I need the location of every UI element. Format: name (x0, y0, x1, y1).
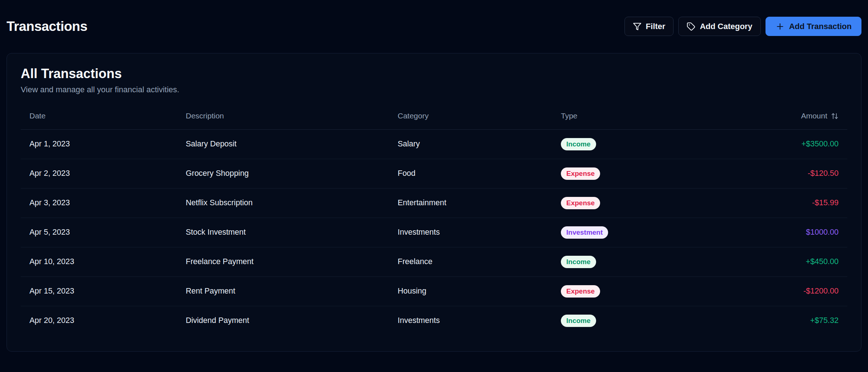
all-transactions-card: All Transactions View and manage all you… (7, 53, 861, 352)
column-header-type: Type (552, 103, 708, 129)
transactions-table: Date Description Category Type Amount A (21, 103, 847, 335)
type-badge-income: Income (561, 256, 596, 268)
cell-type: Investment (552, 218, 708, 247)
cell-amount: -$1200.00 (708, 276, 847, 306)
table-header-row: Date Description Category Type Amount (21, 103, 847, 129)
add-category-button-label: Add Category (700, 22, 752, 31)
top-bar: Transactions Filter Add Category Add Tra… (0, 0, 868, 36)
cell-description: Freelance Payment (177, 247, 389, 276)
cell-category: Entertainment (389, 188, 552, 218)
cell-date: Apr 1, 2023 (21, 129, 177, 159)
page-title: Transactions (7, 19, 87, 34)
table-row[interactable]: Apr 20, 2023Dividend PaymentInvestmentsI… (21, 306, 847, 335)
type-badge-income: Income (561, 315, 596, 327)
type-badge-expense: Expense (561, 167, 600, 180)
cell-date: Apr 20, 2023 (21, 306, 177, 335)
column-header-amount-label: Amount (801, 112, 827, 120)
plus-icon (775, 22, 785, 31)
table-row[interactable]: Apr 10, 2023Freelance PaymentFreelanceIn… (21, 247, 847, 276)
table-row[interactable]: Apr 1, 2023Salary DepositSalaryIncome+$3… (21, 129, 847, 159)
column-header-description: Description (177, 103, 389, 129)
cell-date: Apr 3, 2023 (21, 188, 177, 218)
table-row[interactable]: Apr 2, 2023Grocery ShoppingFoodExpense-$… (21, 159, 847, 188)
filter-button-label: Filter (646, 22, 666, 31)
card-subtitle: View and manage all your financial activ… (21, 84, 847, 95)
cell-amount: +$450.00 (708, 247, 847, 276)
cell-description: Grocery Shopping (177, 159, 389, 188)
cell-description: Netflix Subscription (177, 188, 389, 218)
cell-amount: -$15.99 (708, 188, 847, 218)
cell-category: Investments (389, 218, 552, 247)
cell-amount: $1000.00 (708, 218, 847, 247)
column-header-amount[interactable]: Amount (708, 103, 847, 129)
cell-category: Housing (389, 276, 552, 306)
add-transaction-button[interactable]: Add Transaction (765, 17, 861, 36)
cell-category: Investments (389, 306, 552, 335)
cell-date: Apr 2, 2023 (21, 159, 177, 188)
cell-type: Income (552, 129, 708, 159)
filter-button[interactable]: Filter (624, 17, 674, 36)
cell-category: Food (389, 159, 552, 188)
cell-category: Freelance (389, 247, 552, 276)
table-row[interactable]: Apr 3, 2023Netflix SubscriptionEntertain… (21, 188, 847, 218)
table-row[interactable]: Apr 5, 2023Stock InvestmentInvestmentsIn… (21, 218, 847, 247)
cell-type: Expense (552, 276, 708, 306)
cell-description: Dividend Payment (177, 306, 389, 335)
type-badge-investment: Investment (561, 226, 608, 239)
cell-amount: +$75.32 (708, 306, 847, 335)
filter-icon (633, 22, 642, 31)
cell-amount: +$3500.00 (708, 129, 847, 159)
cell-description: Stock Investment (177, 218, 389, 247)
cell-description: Salary Deposit (177, 129, 389, 159)
column-header-category: Category (389, 103, 552, 129)
type-badge-expense: Expense (561, 197, 600, 209)
card-title: All Transactions (21, 66, 847, 82)
cell-amount: -$120.50 (708, 159, 847, 188)
type-badge-income: Income (561, 138, 596, 150)
tag-icon (687, 22, 695, 31)
arrow-up-down-icon[interactable] (831, 112, 839, 120)
column-header-date: Date (21, 103, 177, 129)
cell-type: Expense (552, 188, 708, 218)
add-category-button[interactable]: Add Category (678, 17, 760, 36)
cell-category: Salary (389, 129, 552, 159)
transactions-page: Transactions Filter Add Category Add Tra… (0, 0, 868, 372)
table-row[interactable]: Apr 15, 2023Rent PaymentHousingExpense-$… (21, 276, 847, 306)
cell-type: Expense (552, 159, 708, 188)
cell-date: Apr 15, 2023 (21, 276, 177, 306)
add-transaction-button-label: Add Transaction (789, 22, 852, 31)
toolbar: Filter Add Category Add Transaction (624, 17, 861, 36)
type-badge-expense: Expense (561, 285, 600, 298)
cell-type: Income (552, 247, 708, 276)
cell-date: Apr 5, 2023 (21, 218, 177, 247)
transactions-table-body: Apr 1, 2023Salary DepositSalaryIncome+$3… (21, 129, 847, 335)
cell-type: Income (552, 306, 708, 335)
cell-description: Rent Payment (177, 276, 389, 306)
cell-date: Apr 10, 2023 (21, 247, 177, 276)
